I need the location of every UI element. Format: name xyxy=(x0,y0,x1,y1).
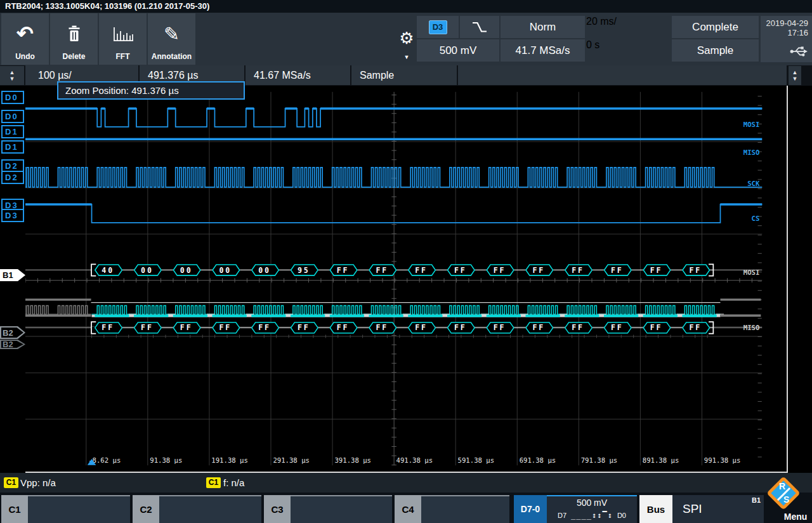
datetime-panel[interactable]: 2019-04-29 17:16 xyxy=(761,16,812,62)
digital-channel-label-d1[interactable]: D1 xyxy=(1,125,24,138)
measurement-value: Vpp: n/a xyxy=(20,475,56,491)
spinner-down-icon: ▼ xyxy=(792,76,798,82)
channel-button-c4[interactable]: C4 xyxy=(395,495,509,523)
channel-button-c3[interactable]: C3 xyxy=(264,495,392,523)
bus-tag-label: B1 xyxy=(3,269,13,281)
bus-tab-label: Bus xyxy=(639,495,672,523)
digital-channel-label-d0[interactable]: D0 xyxy=(1,110,24,123)
bus-frame-value: 00 xyxy=(219,266,232,275)
annotation-button[interactable]: ✎Annotation xyxy=(148,13,195,65)
bus-type-label: SPI xyxy=(683,495,702,523)
time-axis: -8.62 µs91.38 µs191.38 µs291.38 µs391.38… xyxy=(88,456,741,465)
bus-frame-value: FF xyxy=(102,323,114,332)
digital-channel-label-d1[interactable]: D1 xyxy=(1,140,24,154)
trash-icon xyxy=(50,17,98,50)
bus-frame-value: FF xyxy=(494,266,506,275)
time-axis-label: 791.38 µs xyxy=(581,456,618,465)
trigger-mode-cell[interactable]: Norm xyxy=(501,16,585,38)
zoom-sample-rate-cell[interactable]: 41.67 MSa/s xyxy=(246,65,350,85)
measurement-source-badge: C1 xyxy=(206,477,221,488)
settings-button[interactable]: ⚙ ▼ xyxy=(395,16,419,63)
bus-tag-label: B2 xyxy=(3,340,13,349)
bus-frame-value: FF xyxy=(180,323,193,332)
rohde-schwarz-logo[interactable]: R S xyxy=(763,473,804,515)
zoom-bar-spacer[interactable] xyxy=(458,65,787,85)
bus-button[interactable]: BusSPIB1 xyxy=(639,495,764,523)
measurement-source-badge: C1 xyxy=(4,477,18,488)
bus-frame-value: FF xyxy=(572,266,584,275)
bus-id-label: B1 xyxy=(752,496,761,504)
bus-b2-tag-secondary[interactable]: B2 xyxy=(0,340,25,349)
zoom-acq-mode-cell[interactable]: Sample xyxy=(351,65,457,85)
undo-button[interactable]: ↶Undo xyxy=(1,13,49,65)
fft-button[interactable]: FFT xyxy=(99,13,147,65)
trigger-level-cell[interactable]: 500 mV xyxy=(417,39,499,62)
bus-b1-tag[interactable]: B1 xyxy=(0,269,25,281)
acquisition-state-cell[interactable]: Complete xyxy=(672,16,759,38)
bus-tag-label: B2 xyxy=(3,326,13,339)
time-axis-label: 391.38 µs xyxy=(334,456,371,465)
time-axis-label: 191.38 µs xyxy=(211,456,248,465)
channel-body xyxy=(421,495,509,523)
logic-group-tab: D7-0 xyxy=(514,495,547,523)
window-title: RTB2004; 1333.1005K04; 103196 (01.210 20… xyxy=(0,0,812,13)
logic-group-button[interactable]: D7-0500 mVD7____↕↕▔↕D0 xyxy=(514,495,637,523)
logic-states-row: D7____↕↕▔↕D0 xyxy=(547,510,637,521)
zoom-scale-spinner[interactable]: ▲ ▼ xyxy=(0,66,24,85)
logo-letter-r: R xyxy=(779,481,785,491)
trigger-source-cell[interactable]: D3 xyxy=(417,16,459,38)
bus-frame-value: FF xyxy=(219,323,232,332)
channel-body xyxy=(28,495,130,523)
time-label: 17:16 xyxy=(787,28,808,37)
channel-tab-label: C1 xyxy=(1,495,28,523)
bus-frame-value: FF xyxy=(337,266,350,275)
channel-tab-label: C4 xyxy=(395,495,421,523)
gear-icon: ⚙ xyxy=(395,30,419,46)
logic-group-body: 500 mVD7____↕↕▔↕D0 xyxy=(547,495,637,523)
chevron-down-icon: ▼ xyxy=(395,54,419,60)
bus-frame-value: FF xyxy=(611,266,624,275)
digital-channel-label-d0[interactable]: D0 xyxy=(1,91,24,104)
bus-frame-value: FF xyxy=(650,323,663,332)
measurement-bar: C1Vpp: n/aC1f: n/a xyxy=(0,473,812,493)
logic-lsb-label: D0 xyxy=(617,512,626,519)
time-axis-label: 91.38 µs xyxy=(150,456,182,465)
bus-frame-value: 00 xyxy=(258,266,271,275)
digital-signal-label: CS xyxy=(752,215,760,223)
usb-icon xyxy=(790,45,809,58)
channel-button-c2[interactable]: C2 xyxy=(133,495,261,523)
fft-icon xyxy=(99,17,147,50)
zoom-position-spinner[interactable]: ▲ ▼ xyxy=(789,66,801,85)
time-axis-label: 491.38 µs xyxy=(396,456,433,465)
channel-button-c1[interactable]: C1 xyxy=(1,495,130,523)
bus-frame-value: 40 xyxy=(102,266,114,275)
bus-b2-tag[interactable]: B2 xyxy=(0,326,25,339)
trigger-source-badge: D3 xyxy=(429,20,447,34)
horizontal-position-cell[interactable]: 0 s xyxy=(586,39,671,62)
zoom-position-tooltip: Zoom Position: 491.376 µs xyxy=(57,81,245,100)
bus-frame-value: FF xyxy=(689,266,702,275)
undo-icon: ↶ xyxy=(1,17,49,50)
sample-rate-cell[interactable]: 41.7 MSa/s xyxy=(501,39,585,62)
bus-frame-value: FF xyxy=(376,323,388,332)
bus-frame-value: 95 xyxy=(298,266,310,275)
bus-frame-value: FF xyxy=(337,323,350,332)
time-axis-label: 691.38 µs xyxy=(520,456,556,465)
digital-signal-label: MOSI xyxy=(743,121,760,129)
trigger-slope-cell[interactable] xyxy=(460,16,499,38)
main-timebase-cell[interactable]: 20 ms/ xyxy=(586,16,671,38)
bus-frame-value: FF xyxy=(650,266,663,275)
digital-channel-label-d2[interactable]: D2 xyxy=(1,171,24,184)
time-axis-label: 891.38 µs xyxy=(643,456,679,465)
bus-frame-value: 00 xyxy=(141,266,154,275)
waveform-display[interactable]: 400000000095FFFFFFFFFFFFFFFFFFFFFFFFFFFF… xyxy=(25,86,788,473)
menu-button[interactable]: Menu xyxy=(776,512,812,522)
bus-body: SPIB1 xyxy=(672,495,764,523)
measurement-value: f: n/a xyxy=(223,475,244,491)
digital-channel-label-d3[interactable]: D3 xyxy=(1,209,24,222)
delete-button[interactable]: Delete xyxy=(50,13,98,65)
toolbar-button-label: Annotation xyxy=(148,52,195,61)
acquisition-mode-cell[interactable]: Sample xyxy=(672,39,759,62)
logic-msb-label: D7 xyxy=(558,512,566,519)
bus-frame-value: FF xyxy=(454,323,467,332)
